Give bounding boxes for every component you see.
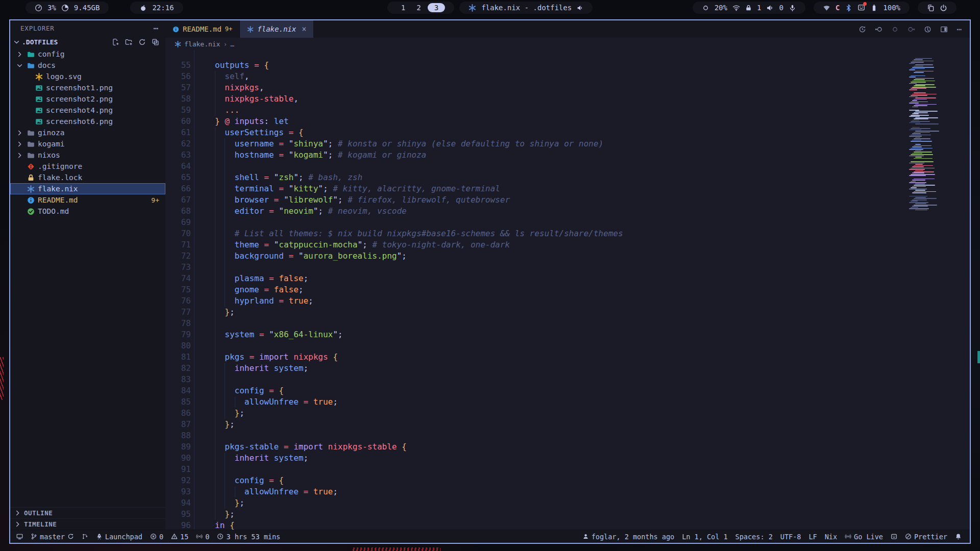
- token: ": [274, 172, 279, 183]
- microphone-icon[interactable]: [789, 4, 796, 12]
- token: # bash, zsh: [308, 172, 362, 183]
- power-icon[interactable]: [940, 4, 947, 12]
- tree-item-logo-svg[interactable]: logo.svg: [10, 71, 165, 82]
- token: shinya: [293, 138, 323, 149]
- chevron-slot: [15, 51, 24, 58]
- code-line-72: 72background = "aurora_borealis.png";: [165, 251, 970, 262]
- tree-item-flake-nix[interactable]: flake.nix: [10, 183, 165, 194]
- volume-icon[interactable]: [766, 4, 774, 12]
- status-time-tracker-label: 3 hrs 53 mins: [226, 533, 280, 541]
- status-warnings[interactable]: 15: [171, 533, 188, 541]
- status-encoding[interactable]: UTF-8: [780, 533, 801, 541]
- workspace-section-header[interactable]: .DOTFILES: [10, 36, 165, 48]
- status-source-control-graph[interactable]: [82, 533, 88, 540]
- timeline-history-button[interactable]: [859, 26, 866, 33]
- token: username: [235, 138, 274, 149]
- status-indentation[interactable]: Spaces: 2: [736, 533, 773, 541]
- new-folder-button[interactable]: [125, 38, 133, 46]
- bluetooth-icon[interactable]: [845, 4, 852, 12]
- line-number: 68: [165, 206, 191, 217]
- editor-more-actions-button[interactable]: ⋯: [957, 24, 962, 34]
- status-time-tracker[interactable]: 3 hrs 53 mins: [217, 533, 280, 541]
- tree-item-docs[interactable]: docs: [10, 60, 165, 71]
- status-cursor-position[interactable]: Ln 1, Col 1: [682, 533, 727, 541]
- tree-item-kogami[interactable]: kogami: [10, 138, 165, 149]
- run-task-button[interactable]: [924, 26, 932, 33]
- refresh-explorer-button[interactable]: [138, 38, 146, 46]
- workspace-2[interactable]: 2: [412, 4, 425, 12]
- outline-section[interactable]: OUTLINE: [10, 507, 165, 518]
- status-launchpad[interactable]: Launchpad: [96, 533, 142, 541]
- breadcrumb[interactable]: flake.nix › …: [165, 38, 970, 50]
- minimap-line: [912, 81, 935, 82]
- status-extension-face[interactable]: [891, 533, 897, 540]
- workspace-3-active[interactable]: 3: [428, 3, 445, 12]
- new-file-button[interactable]: [112, 38, 119, 46]
- tree-item-todo-md[interactable]: TODO.md: [10, 206, 165, 217]
- status-errors[interactable]: 0: [150, 533, 163, 541]
- wifi-icon[interactable]: [732, 4, 740, 12]
- tree-item-readme-md[interactable]: README.md9+: [10, 194, 165, 206]
- status-language-mode[interactable]: Nix: [825, 533, 837, 541]
- tree-item-gitignore[interactable]: .gitignore: [10, 161, 165, 172]
- tree-item-ginoza[interactable]: ginoza: [10, 127, 165, 138]
- code-line-83: 83: [165, 374, 970, 385]
- code-line-89: 89pkgs-stable = import nixpkgs-stable {: [165, 441, 970, 453]
- nav-circle-icon[interactable]: [891, 26, 899, 33]
- navigate-back-button[interactable]: [875, 26, 883, 33]
- token: ;: [308, 295, 313, 307]
- token: ";: [313, 206, 328, 217]
- timeline-label: TIMELINE: [24, 520, 57, 528]
- tab-readme[interactable]: README.md 9+: [165, 20, 240, 38]
- tree-item-label: logo.svg: [46, 72, 82, 81]
- close-tab-button[interactable]: ×: [302, 24, 306, 34]
- status-remote-indicator[interactable]: [16, 533, 23, 540]
- status-git-branch[interactable]: master: [31, 533, 74, 541]
- code-editor[interactable]: 55outputs = {56self,57nixpkgs,58nixpkgs-…: [165, 50, 970, 530]
- explorer-more-actions-button[interactable]: ⋯: [153, 23, 158, 33]
- collapse-folders-button[interactable]: [152, 38, 159, 46]
- indent-guide: [215, 138, 225, 149]
- workspace-1[interactable]: 1: [397, 4, 410, 12]
- minimap-line: [914, 79, 925, 80]
- line-number: 67: [165, 194, 191, 206]
- navigate-forward-button[interactable]: [908, 26, 915, 33]
- timeline-section[interactable]: TIMELINE: [10, 518, 165, 530]
- tree-item-screenshot1-png[interactable]: screenshot1.png: [10, 82, 165, 93]
- tab-flake-nix[interactable]: flake.nix ×: [240, 20, 314, 38]
- screenshot-icon[interactable]: [927, 4, 935, 12]
- status-notifications[interactable]: [955, 533, 962, 540]
- indent-guide: [225, 295, 234, 307]
- tree-item-config[interactable]: config: [10, 48, 165, 60]
- split-editor-button[interactable]: [940, 26, 948, 33]
- minimap[interactable]: [909, 56, 942, 213]
- tray-app-icon[interactable]: C: [836, 4, 840, 12]
- chevron-down-icon: [13, 39, 20, 45]
- status-go-live[interactable]: Go Live: [845, 533, 883, 541]
- token: pkgs-stable: [225, 441, 279, 453]
- status-ports[interactable]: 0: [196, 533, 209, 541]
- tree-item-nixos[interactable]: nixos: [10, 149, 165, 161]
- breadcrumb-file[interactable]: flake.nix: [184, 40, 220, 48]
- tree-item-screenshot4-png[interactable]: screenshot4.png: [10, 105, 165, 116]
- image-file-icon: [35, 107, 43, 114]
- pipeline-icon: [82, 533, 88, 540]
- tree-item-screenshot6-png[interactable]: screenshot6.png: [10, 116, 165, 127]
- tree-item-flake-lock[interactable]: flake.lock: [10, 172, 165, 183]
- indent-guide: [225, 251, 234, 262]
- status-git-blame[interactable]: foglar, 2 months ago: [582, 533, 675, 541]
- breadcrumb-symbol[interactable]: …: [230, 40, 234, 48]
- indent-guide: [215, 217, 225, 228]
- token: =: [269, 194, 284, 206]
- notification-tray-icon[interactable]: [857, 4, 865, 12]
- token: false: [274, 284, 299, 295]
- network-tray-icon[interactable]: [823, 4, 830, 12]
- token: catppuccin-mocha: [279, 239, 357, 251]
- tree-item-screenshot2-png[interactable]: screenshot2.png: [10, 93, 165, 105]
- token: ";: [357, 239, 372, 251]
- status-eol[interactable]: LF: [808, 533, 817, 541]
- status-prettier[interactable]: Prettier: [905, 533, 947, 541]
- brightness-icon[interactable]: [702, 4, 709, 12]
- minimap-line: [909, 156, 924, 157]
- image-file-icon: [35, 84, 43, 92]
